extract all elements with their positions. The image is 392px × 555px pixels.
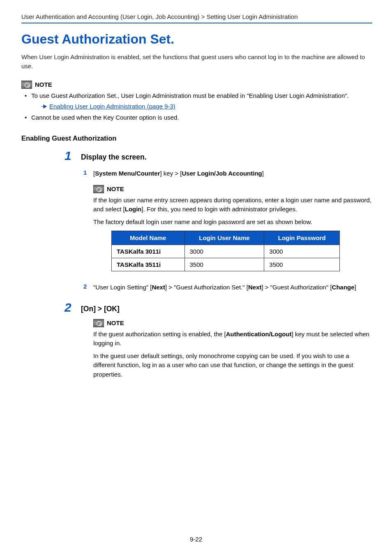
note-header: NOTE xyxy=(93,319,372,327)
note-text: If the guest authorization setting is en… xyxy=(93,330,372,348)
substep-text: "User Login Setting" [Next] > "Guest Aut… xyxy=(93,283,372,292)
substep-number: 2 xyxy=(83,283,87,290)
svg-point-4 xyxy=(97,321,101,326)
substep-2: 2 "User Login Setting" [Next] > "Guest A… xyxy=(93,283,372,292)
login-table: Model Name Login User Name Login Passwor… xyxy=(111,231,340,271)
note-text: In the guest user default settings, only… xyxy=(93,352,372,379)
note-icon xyxy=(21,81,32,89)
cell-user: 3000 xyxy=(184,245,264,258)
step-number: 1 xyxy=(65,149,71,163)
note-header: NOTE xyxy=(93,185,372,193)
table-row: TASKalfa 3011i 3000 3000 xyxy=(112,245,340,258)
svg-point-0 xyxy=(25,83,30,87)
note-label: NOTE xyxy=(107,319,124,326)
note-icon xyxy=(93,319,104,327)
cell-pass: 3000 xyxy=(264,245,340,258)
col-model: Model Name xyxy=(112,231,185,245)
step-title: Display the screen. xyxy=(81,153,372,162)
note-label: NOTE xyxy=(107,185,124,192)
section-heading: Enabling Guest Authorization xyxy=(21,134,372,142)
note-header: NOTE xyxy=(21,81,372,89)
step-1: 1 Display the screen. 1 [System Menu/Cou… xyxy=(81,153,372,292)
step-title: [On] > [OK] xyxy=(81,305,372,313)
divider xyxy=(21,23,372,23)
note-text: To use Guest Authorization Set., User Lo… xyxy=(31,92,349,99)
note-text: The factory default login user name and … xyxy=(93,217,372,227)
note-icon xyxy=(93,185,104,193)
col-pass: Login Password xyxy=(264,231,340,245)
note-label: NOTE xyxy=(35,81,52,88)
cell-pass: 3500 xyxy=(264,258,340,271)
col-user: Login User Name xyxy=(184,231,264,245)
cell-model: TASKalfa 3511i xyxy=(112,258,185,271)
arrow-icon xyxy=(41,102,47,111)
step-number: 2 xyxy=(65,301,71,314)
table-row: TASKalfa 3511i 3500 3500 xyxy=(112,258,340,271)
substep-text: [System Menu/Counter] key > [User Login/… xyxy=(93,169,372,178)
note-bullet: To use Guest Authorization Set., User Lo… xyxy=(25,91,372,111)
note-bullet: Cannot be used when the Key Counter opti… xyxy=(25,113,372,123)
substep-1: 1 [System Menu/Counter] key > [User Logi… xyxy=(93,169,372,271)
svg-point-2 xyxy=(97,187,101,192)
breadcrumb: User Authentication and Accounting (User… xyxy=(21,13,372,20)
note-text: If the login user name entry screen appe… xyxy=(93,196,372,214)
cell-model: TASKalfa 3011i xyxy=(112,245,185,258)
xref-link[interactable]: Enabling User Login Administration (page… xyxy=(49,102,175,111)
page-title: Guest Authorization Set. xyxy=(21,32,372,47)
substep-number: 1 xyxy=(83,169,87,176)
page-number: 9-22 xyxy=(0,536,392,543)
intro-text: When User Login Administration is enable… xyxy=(21,53,372,71)
cell-user: 3500 xyxy=(184,258,264,271)
step-2: 2 [On] > [OK] NOTE If the guest authoriz… xyxy=(81,305,372,379)
